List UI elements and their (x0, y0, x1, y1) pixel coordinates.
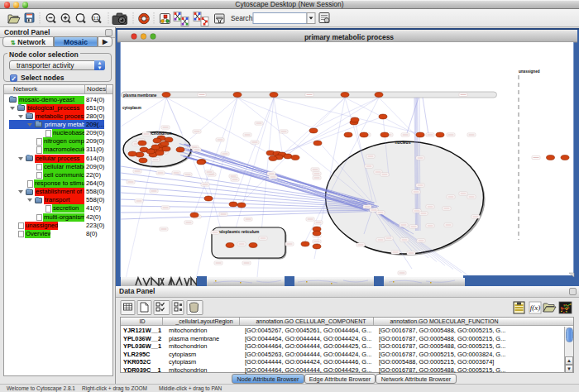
svg-text:nucleus: nucleus (395, 140, 411, 145)
svg-text:f(x): f(x) (530, 304, 541, 312)
svg-text:cytoplasm: cytoplasm (122, 106, 141, 110)
svg-text:1:1: 1:1 (93, 17, 99, 21)
svg-text:endoplasmic reticulum: endoplasmic reticulum (216, 230, 259, 234)
svg-text:primary metabolic process: primary metabolic process (304, 33, 394, 41)
svg-text:Search:: Search: (231, 14, 255, 22)
svg-text:plasma membrane: plasma membrane (123, 93, 157, 98)
svg-text:unassigned: unassigned (519, 69, 540, 74)
